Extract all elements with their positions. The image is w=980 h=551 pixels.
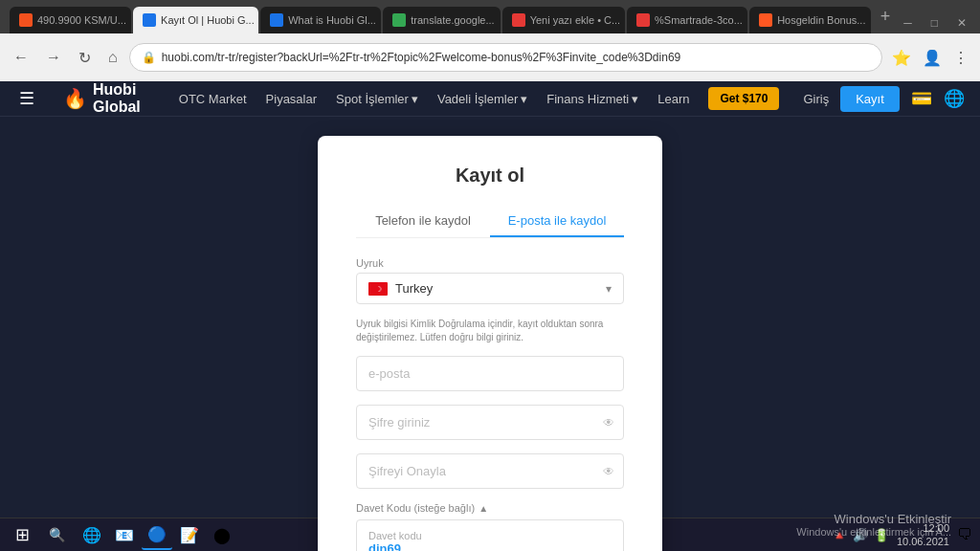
nav-item-piyasalar[interactable]: Piyasalar [266,92,317,106]
back-button[interactable]: ← [8,45,34,70]
form-tab-switcher: Telefon ile kaydol E-posta ile kaydol [356,206,624,238]
tab-3-favicon [270,13,283,27]
country-note: Uyruk bilgisi Kimlik Doğrulama içindir, … [356,318,624,344]
tab-5-favicon [512,13,525,27]
address-text: huobi.com/tr-tr/register?backUrl=%2Ftr-t… [162,51,870,64]
nav-item-vadeli-label: Vadeli İşlemler [437,92,518,106]
minimize-button[interactable]: ─ [898,12,918,33]
email-input[interactable] [356,356,624,391]
country-label: Uyruk [356,257,624,269]
profile-button[interactable]: 👤 [919,45,946,71]
nav-register-btn[interactable]: Kayıt [840,86,900,112]
invite-section: Davet Kodu (isteğe bağlı) ▲ Davet kodu d… [356,502,624,551]
flag-country: Turkey [368,281,433,296]
tab-4[interactable]: translate.google... ✕ [383,7,500,33]
confirm-password-field-group: 👁 [356,453,624,489]
huobi-navbar: ☰ 🔥 Huobi Global OTC Market Piyasalar Sp… [0,81,980,117]
password-input-wrap: 👁 [356,405,624,440]
huobi-logo-text: Huobi Global [93,81,141,116]
new-tab-button[interactable]: + [873,7,899,27]
spot-chevron-icon: ▾ [412,92,418,106]
password-eye-icon[interactable]: 👁 [603,416,614,430]
settings-button[interactable]: ⋮ [949,45,972,71]
tab-phone[interactable]: Telefon ile kaydol [356,206,490,237]
country-select[interactable]: Turkey ▾ [356,273,624,304]
nav-item-finans[interactable]: Finans Hizmeti ▾ [546,92,638,106]
vadeli-chevron-icon: ▾ [521,92,527,106]
main-content: Kayıt ol Telefon ile kaydol E-posta ile … [0,117,980,551]
tab-5[interactable]: Yeni yazı ekle • C... ✕ [502,7,625,33]
hamburger-icon[interactable]: ☰ [19,88,34,109]
tab-7-favicon [759,13,772,27]
invite-label: Davet Kodu (isteğe bağlı) [356,502,475,514]
tab-1-favicon [19,13,33,27]
home-button[interactable]: ⌂ [102,45,123,70]
browser-toolbar: ← → ↻ ⌂ 🔒 huobi.com/tr-tr/register?backU… [0,33,980,81]
tab-7[interactable]: Hosgeldin Bonus... ✕ [749,7,871,33]
extensions-button[interactable]: ⭐ [888,45,915,71]
tab-5-label: Yeni yazı ekle • C... [530,14,621,26]
registration-form-card: Kayıt ol Telefon ile kaydol E-posta ile … [318,136,662,551]
nav-item-vadeli[interactable]: Vadeli İşlemler ▾ [437,92,527,106]
windows-activation-watermark: Windows'u Etkinleştir Windows'u etkinleş… [796,512,951,538]
browser-chrome: 490.9900 KSM/U... ✕ Kayıt Ol | Huobi G..… [0,0,980,81]
nav-item-spot[interactable]: Spot İşlemler ▾ [336,92,418,106]
invite-up-icon: ▲ [479,503,488,514]
tab-6-favicon [636,13,650,27]
huobi-logo-icon: 🔥 [63,87,87,110]
nav-item-finans-label: Finans Hizmeti [546,92,629,106]
address-bar[interactable]: 🔒 huobi.com/tr-tr/register?backUrl=%2Ftr… [129,43,882,72]
turkey-flag [368,282,388,296]
windows-activate-sub: Windows'u etkinleştirmek için A... [796,526,951,538]
email-input-wrap [356,356,624,391]
tab-2-label: Kayıt Ol | Huobi G... [161,14,255,26]
close-button[interactable]: ✕ [951,12,972,33]
tab-3[interactable]: What is Huobi Gl... ✕ [260,7,381,33]
lock-icon: 🔒 [142,51,156,64]
tab-4-label: translate.google... [411,14,494,26]
tab-1-label: 490.9900 KSM/U... [37,14,126,26]
nav-wallet-icon[interactable]: 💳 [911,88,932,109]
confirm-input-wrap: 👁 [356,453,624,489]
tab-3-label: What is Huobi Gl... [288,14,376,26]
tab-6[interactable]: %Smartrade-3co... ✕ [627,7,747,33]
password-field-group: 👁 [356,405,624,440]
maximize-button[interactable]: □ [925,12,944,33]
windows-activate-title: Windows'u Etkinleştir [796,512,951,526]
nav-item-otc[interactable]: OTC Market [179,92,247,106]
confirm-password-input[interactable] [356,453,624,489]
nav-item-learn[interactable]: Learn [657,92,689,106]
email-field-group [356,356,624,391]
nav-menu: OTC Market Piyasalar Spot İşlemler ▾ Vad… [179,87,780,110]
nav-right: Giriş Kayıt 💳 🌐 [803,86,964,112]
tab-2[interactable]: Kayıt Ol | Huobi G... ✕ [133,7,258,33]
huobi-logo: 🔥 Huobi Global [63,81,141,116]
finans-chevron-icon: ▾ [632,92,638,106]
toolbar-icons: ⭐ 👤 ⋮ [888,45,972,71]
page-area: ☰ 🔥 Huobi Global OTC Market Piyasalar Sp… [0,81,980,518]
tab-2-favicon [143,13,156,27]
confirm-eye-icon[interactable]: 👁 [603,465,614,478]
nav-login-link[interactable]: Giriş [803,92,829,106]
form-title: Kayıt ol [356,165,624,187]
reload-button[interactable]: ↻ [73,45,97,71]
nav-item-spot-label: Spot İşlemler [336,92,409,106]
forward-button[interactable]: → [40,45,67,70]
invite-input-box[interactable]: Davet kodu din69 [356,519,624,551]
password-input[interactable] [356,405,624,440]
tab-1[interactable]: 490.9900 KSM/U... ✕ [10,7,131,33]
get-btn[interactable]: Get $170 [708,87,779,110]
tab-7-label: Hosgeldin Bonus... [777,14,865,26]
country-chevron-icon: ▾ [606,282,612,296]
tab-4-favicon [392,13,406,27]
tab-6-label: %Smartrade-3co... [655,14,743,26]
tab-bar: 490.9900 KSM/U... ✕ Kayıt Ol | Huobi G..… [0,0,980,33]
invite-label-row: Davet Kodu (isteğe bağlı) ▲ [356,502,624,514]
nav-globe-icon[interactable]: 🌐 [944,88,965,109]
country-field-group: Uyruk Turkey ▾ [356,257,624,304]
invite-value: din69 [368,541,612,551]
country-value: Turkey [395,281,433,296]
invite-hint: Davet kodu [368,530,612,541]
tab-email[interactable]: E-posta ile kaydol [490,206,624,237]
